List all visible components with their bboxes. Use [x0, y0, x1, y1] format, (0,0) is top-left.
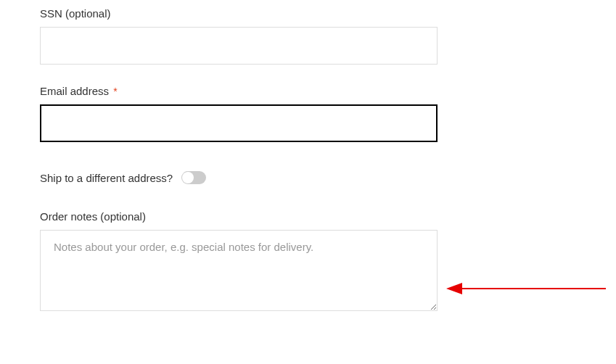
email-input[interactable] [40, 104, 438, 142]
ssn-input[interactable] [40, 27, 438, 65]
ssn-field: SSN (optional) [40, 7, 576, 65]
annotation-arrow [446, 281, 606, 296]
ship-different-row: Ship to a different address? [40, 171, 576, 184]
ssn-label: SSN (optional) [40, 7, 576, 20]
order-notes-input[interactable] [40, 230, 438, 311]
email-field: Email address * [40, 85, 576, 142]
order-notes-label: Order notes (optional) [40, 210, 576, 223]
ship-different-toggle[interactable] [181, 171, 206, 184]
toggle-knob [182, 172, 194, 183]
required-indicator: * [113, 86, 117, 97]
arrow-line [461, 288, 606, 289]
ship-different-label: Ship to a different address? [40, 172, 173, 184]
email-label: Email address * [40, 85, 576, 97]
order-notes-field: Order notes (optional) [40, 210, 576, 313]
email-label-text: Email address [40, 85, 109, 97]
arrow-head-icon [446, 283, 462, 294]
